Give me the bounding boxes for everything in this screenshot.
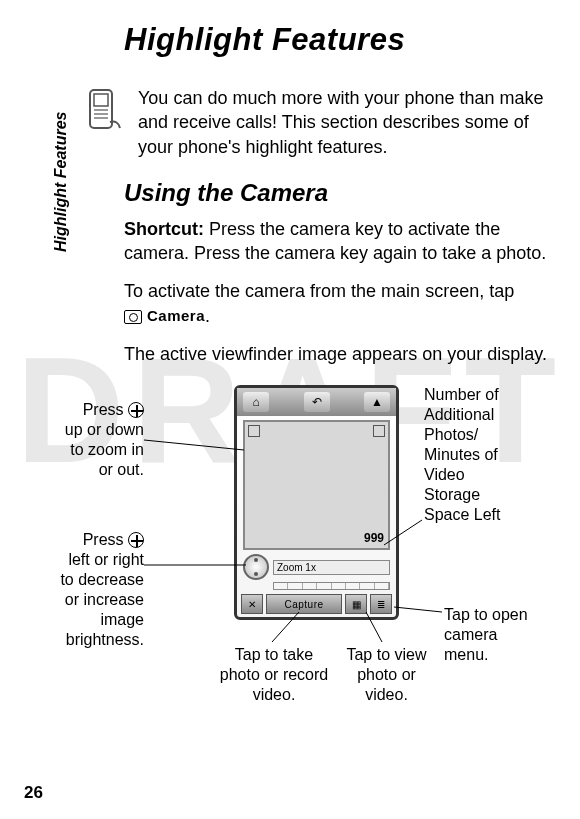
section-heading: Using the Camera: [124, 179, 556, 207]
phone-topbar: ⌂ ↶ ▲: [237, 388, 396, 416]
camera-corner-icon: [373, 425, 385, 437]
camera-icon: [124, 310, 142, 324]
intro-paragraph: You can do much more with your phone tha…: [138, 86, 556, 159]
callout-brightness: Press left or rightto decreaseor increas…: [39, 530, 144, 650]
camera-label: Camera: [147, 307, 205, 324]
up-button[interactable]: ▲: [364, 392, 390, 412]
chapter-title: Highlight Features: [124, 22, 556, 58]
camera-indicator-icon: [248, 425, 260, 437]
svg-rect-1: [94, 94, 108, 106]
activate-text-2: .: [205, 306, 210, 326]
viewfinder-frame: 999: [243, 420, 390, 550]
shortcut-paragraph: Shortcut: Press the camera key to activa…: [124, 217, 556, 266]
callout-storage: Number of Additional Photos/ Minutes of …: [424, 385, 524, 525]
dpad-icon: [128, 402, 144, 418]
callout-zoom: Press up or downto zoom inor out.: [39, 400, 144, 480]
svg-line-8: [394, 607, 442, 612]
shortcut-label: Shortcut:: [124, 219, 204, 239]
back-button[interactable]: ↶: [304, 392, 330, 412]
storage-counter: 999: [364, 531, 384, 545]
phone-sketch-icon: [84, 88, 126, 140]
side-tab-label: Highlight Features: [52, 112, 70, 252]
callout-capture: Tap to take photo or record video.: [219, 645, 329, 705]
home-button[interactable]: ⌂: [243, 392, 269, 412]
svg-line-5: [144, 440, 244, 450]
callout-menu: Tap to open camera menu.: [444, 605, 544, 665]
activate-paragraph: To activate the camera from the main scr…: [124, 279, 556, 328]
page-number: 26: [24, 783, 43, 803]
zoom-wheel[interactable]: [243, 554, 269, 580]
menu-button[interactable]: ≣: [370, 594, 392, 614]
phone-screen-mockup: ⌂ ↶ ▲ 999 Zoom 1x ✕ Capture ▦ ≣: [234, 385, 399, 620]
viewfinder-text: The active viewfinder image appears on y…: [124, 342, 556, 366]
zoom-label: Zoom 1x: [273, 560, 390, 575]
callout-view: Tap to view photo or video.: [339, 645, 434, 705]
activate-text-1: To activate the camera from the main scr…: [124, 281, 514, 301]
dpad-icon: [128, 532, 144, 548]
thumbnail-button[interactable]: ▦: [345, 594, 367, 614]
brightness-meter: [273, 582, 390, 590]
capture-button[interactable]: Capture: [266, 594, 342, 614]
camera-diagram: Press up or downto zoom inor out. Press …: [24, 380, 556, 730]
close-button[interactable]: ✕: [241, 594, 263, 614]
